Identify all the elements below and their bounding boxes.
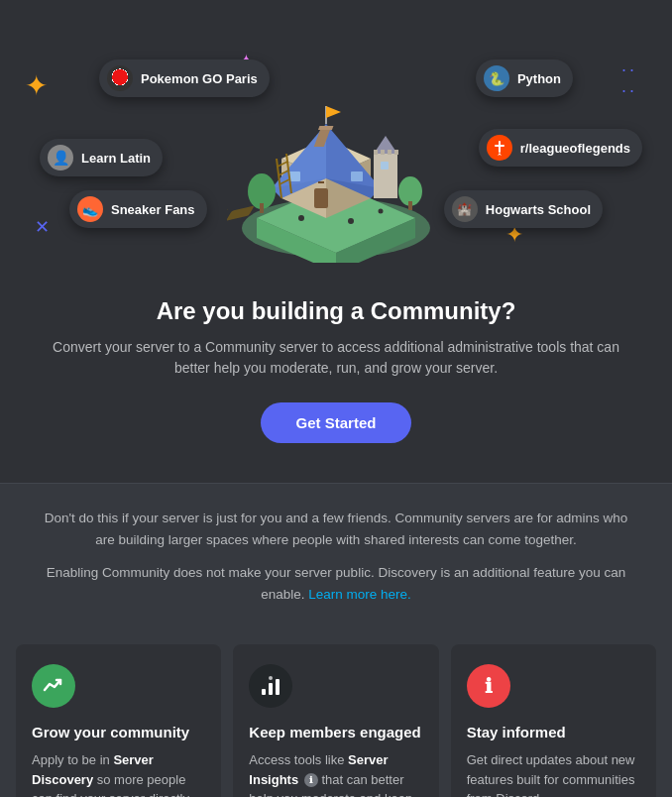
svg-rect-39 bbox=[227, 208, 228, 223]
badge-reddit: r/leagueoflegends bbox=[479, 129, 642, 167]
inform-icon: ℹ bbox=[485, 676, 493, 696]
svg-rect-42 bbox=[269, 683, 273, 695]
svg-point-36 bbox=[298, 215, 304, 221]
feature-card-engage: Keep members engaged Access tools like S… bbox=[233, 644, 438, 797]
learn-more-link[interactable]: Learn more here. bbox=[308, 587, 411, 602]
badge-python-label: Python bbox=[517, 71, 561, 86]
page-title: Are you building a Community? bbox=[20, 297, 652, 325]
svg-rect-28 bbox=[374, 150, 378, 155]
get-started-button[interactable]: Get Started bbox=[261, 402, 412, 443]
svg-rect-41 bbox=[262, 689, 266, 695]
info-icon: ℹ bbox=[304, 773, 318, 787]
inform-title: Stay informed bbox=[467, 724, 640, 740]
features-section: Grow your community Apply to be in Serve… bbox=[0, 625, 672, 797]
grow-title: Grow your community bbox=[32, 724, 205, 740]
badge-sneaker: 👟 Sneaker Fans bbox=[69, 190, 207, 228]
pokemon-icon bbox=[107, 65, 133, 91]
svg-point-44 bbox=[269, 676, 273, 680]
reddit-icon bbox=[487, 135, 512, 161]
inform-icon-circle: ℹ bbox=[467, 664, 510, 708]
engage-strong: Server Insights bbox=[249, 752, 388, 787]
svg-rect-31 bbox=[394, 150, 398, 155]
badge-latin: 👤 Learn Latin bbox=[40, 139, 163, 176]
star-yellow-large-icon: ✦ bbox=[25, 69, 48, 102]
svg-point-38 bbox=[379, 209, 384, 214]
svg-rect-19 bbox=[351, 171, 363, 181]
illustration-area: ✦ ✦ ✦ ·· ·· ✕ Pokemon GO Paris 🐍 Python … bbox=[20, 30, 652, 297]
svg-rect-25 bbox=[374, 154, 397, 198]
sneaker-icon: 👟 bbox=[77, 196, 103, 222]
top-section: ✦ ✦ ✦ ·· ·· ✕ Pokemon GO Paris 🐍 Python … bbox=[0, 0, 672, 483]
svg-rect-29 bbox=[381, 150, 385, 155]
grow-icon-circle bbox=[32, 664, 75, 708]
hogwarts-icon: 🏰 bbox=[452, 196, 478, 222]
inform-desc: Get direct updates about new features bu… bbox=[467, 750, 640, 797]
svg-rect-35 bbox=[408, 201, 412, 210]
engage-desc: Access tools like Server Insights ℹ that… bbox=[249, 750, 422, 797]
svg-marker-13 bbox=[326, 106, 341, 118]
badge-latin-label: Learn Latin bbox=[81, 151, 151, 166]
feature-card-grow: Grow your community Apply to be in Serve… bbox=[16, 644, 221, 797]
info-section: Don't do this if your server is just for… bbox=[0, 484, 672, 625]
svg-rect-43 bbox=[276, 679, 280, 695]
engage-title: Keep members engaged bbox=[249, 724, 422, 740]
latin-icon: 👤 bbox=[48, 145, 73, 171]
badge-sneaker-label: Sneaker Fans bbox=[111, 202, 195, 217]
badge-hogwarts: 🏰 Hogwarts School bbox=[444, 190, 603, 228]
engage-icon bbox=[260, 675, 281, 697]
cross-decoration: ✕ bbox=[35, 216, 50, 238]
dots-decoration: ·· ·· bbox=[621, 59, 637, 101]
badge-reddit-label: r/leagueoflegends bbox=[520, 141, 630, 156]
badge-hogwarts-label: Hogwarts School bbox=[486, 202, 591, 217]
svg-rect-27 bbox=[381, 162, 389, 170]
isometric-illustration bbox=[227, 64, 445, 263]
python-icon: 🐍 bbox=[484, 65, 509, 91]
info-text-1: Don't do this if your server is just for… bbox=[40, 508, 632, 550]
svg-rect-30 bbox=[388, 150, 392, 155]
svg-rect-17 bbox=[318, 181, 324, 183]
feature-card-inform: ℹ Stay informed Get direct updates about… bbox=[451, 644, 656, 797]
svg-rect-1 bbox=[495, 145, 504, 147]
page-subtitle: Convert your server to a Community serve… bbox=[39, 337, 633, 379]
grow-desc: Apply to be in Server Discovery so more … bbox=[32, 750, 205, 797]
svg-rect-16 bbox=[314, 188, 328, 208]
svg-point-37 bbox=[348, 218, 354, 224]
info-text-2: Enabling Community does not make your se… bbox=[40, 562, 632, 605]
svg-rect-33 bbox=[260, 203, 264, 213]
grow-icon bbox=[43, 675, 64, 697]
engage-icon-circle bbox=[249, 664, 292, 708]
grow-strong: Server Discovery bbox=[32, 752, 154, 787]
badge-python: 🐍 Python bbox=[476, 59, 573, 97]
svg-rect-15 bbox=[318, 126, 333, 130]
